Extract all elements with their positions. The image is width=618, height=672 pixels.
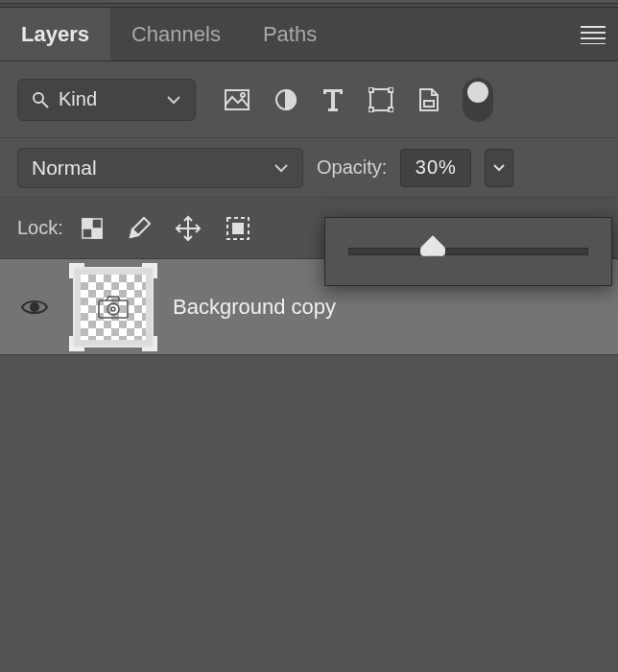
blend-row: Normal Opacity: 30% — [0, 138, 618, 198]
search-icon — [32, 91, 49, 108]
layer-visibility-toggle[interactable] — [15, 298, 54, 317]
svg-point-7 — [241, 93, 245, 97]
svg-rect-10 — [368, 87, 373, 92]
svg-line-5 — [42, 102, 48, 108]
opacity-label: Opacity: — [317, 156, 387, 179]
camera-icon — [97, 295, 130, 320]
filter-shape-layers-icon[interactable] — [368, 87, 393, 112]
tab-paths[interactable]: Paths — [242, 8, 338, 60]
blend-mode-value: Normal — [32, 156, 97, 180]
tab-layers[interactable]: Layers — [0, 8, 110, 60]
filter-kind-label: Kind — [59, 88, 97, 110]
svg-rect-14 — [424, 101, 434, 107]
filter-pixel-layers-icon[interactable] — [225, 89, 250, 110]
svg-rect-17 — [92, 228, 102, 238]
svg-point-24 — [107, 303, 119, 315]
layer-thumbnail[interactable] — [73, 267, 154, 348]
filter-row: Kind — [0, 61, 618, 138]
lock-artboard-icon[interactable] — [225, 215, 251, 242]
svg-rect-11 — [389, 87, 393, 92]
opacity-slider-popup — [324, 217, 612, 286]
svg-rect-13 — [389, 108, 393, 112]
svg-point-25 — [111, 307, 115, 311]
panel-tabs: Layers Channels Paths — [0, 8, 618, 61]
lock-pixels-icon[interactable] — [127, 216, 152, 241]
opacity-slider-track[interactable] — [348, 248, 588, 255]
svg-rect-12 — [368, 108, 373, 112]
layer-name[interactable]: Background copy — [173, 295, 336, 320]
svg-point-22 — [31, 303, 38, 311]
filter-type-layers-icon[interactable] — [322, 88, 344, 111]
filter-toggle-switch[interactable] — [463, 78, 493, 122]
opacity-input[interactable]: 30% — [400, 149, 471, 187]
filter-smart-objects-icon[interactable] — [418, 87, 440, 112]
opacity-dropdown-button[interactable] — [485, 149, 513, 187]
lock-transparency-icon[interactable] — [81, 217, 104, 240]
filter-kind-select[interactable]: Kind — [17, 79, 196, 121]
lock-label: Lock: — [17, 217, 63, 239]
filter-adjustment-layers-icon[interactable] — [274, 88, 297, 111]
tab-channels[interactable]: Channels — [110, 8, 242, 60]
blend-mode-select[interactable]: Normal — [17, 148, 303, 188]
lock-position-icon[interactable] — [175, 215, 202, 242]
svg-rect-16 — [83, 219, 92, 228]
svg-point-4 — [34, 93, 43, 103]
panel-menu-button[interactable] — [568, 8, 618, 60]
chevron-down-icon — [273, 163, 289, 173]
chevron-down-icon — [166, 95, 181, 105]
svg-rect-21 — [233, 224, 243, 233]
